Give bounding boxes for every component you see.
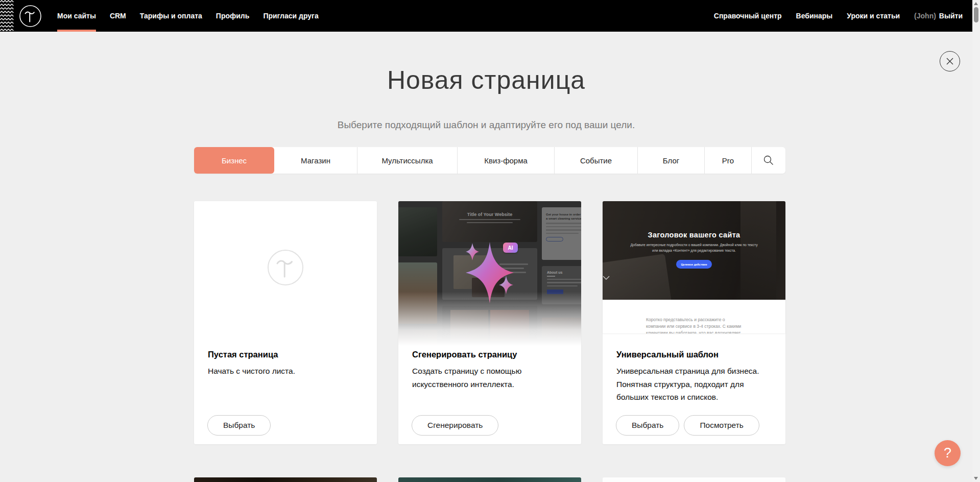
- view-button[interactable]: Посмотреть: [684, 415, 759, 436]
- template-hero-heading: Заголовок вашего сайта: [603, 231, 785, 239]
- zigzag-pattern: [0, 0, 14, 32]
- card-description: Начать с чистого листа.: [208, 365, 363, 378]
- tab-blog[interactable]: Блог: [638, 147, 705, 174]
- nav-item-invite-friend[interactable]: Пригласи друга: [263, 0, 318, 32]
- close-icon: [946, 57, 954, 65]
- page-title: Новая страница: [0, 65, 972, 95]
- template-body-text: Коротко представьтесь и расскажите о ком…: [646, 317, 744, 333]
- top-navbar: Мои сайты CRM Тарифы и оплата Профиль Пр…: [0, 0, 980, 32]
- nav-item-webinars[interactable]: Вебинары: [796, 0, 833, 32]
- nav-item-profile[interactable]: Профиль: [216, 0, 250, 32]
- nav-item-lessons[interactable]: Уроки и статьи: [847, 0, 900, 32]
- ai-collage-preview: Title of Your Website Get your house in …: [398, 201, 581, 347]
- navbar-right-menu: Справочный центр Вебинары Уроки и статьи…: [714, 0, 963, 32]
- nav-item-help-center[interactable]: Справочный центр: [714, 0, 782, 32]
- template-preview-image: Заголовок вашего сайта Добавьте интересн…: [603, 201, 785, 333]
- nav-item-crm[interactable]: CRM: [110, 0, 126, 32]
- card-title: Сгенерировать страницу: [412, 350, 567, 359]
- nav-item-my-sites[interactable]: Мои сайты: [57, 0, 96, 32]
- template-body-section: Коротко представьтесь и расскажите о ком…: [603, 300, 785, 333]
- help-button[interactable]: ?: [935, 440, 961, 466]
- select-button[interactable]: Выбрать: [207, 415, 271, 436]
- nav-item-tariffs[interactable]: Тарифы и оплата: [140, 0, 202, 32]
- page-subtitle: Выберите подходящий шаблон и адаптируйте…: [0, 119, 972, 131]
- card-title: Универсальный шаблон: [616, 350, 772, 359]
- search-icon: [763, 155, 774, 166]
- template-hero: Заголовок вашего сайта Добавьте интересн…: [603, 201, 785, 300]
- card-description: Универсальная страница для бизнеса. Поня…: [616, 365, 772, 404]
- tab-quiz-form[interactable]: Квиз-форма: [458, 147, 555, 174]
- card-actions: Выбрать: [207, 415, 271, 436]
- navbar-left-menu: Мои сайты CRM Тарифы и оплата Профиль Пр…: [57, 0, 319, 32]
- card-blank-page[interactable]: Пустая страница Начать с чистого листа. …: [194, 201, 377, 444]
- card-actions: Сгенерировать: [412, 415, 498, 436]
- next-card-preview: [194, 477, 377, 482]
- card-ai-generate[interactable]: Title of Your Website Get your house in …: [398, 201, 581, 444]
- user-name: (John): [914, 12, 936, 20]
- tab-shop[interactable]: Магазин: [274, 147, 357, 174]
- tab-business[interactable]: Бизнес: [194, 147, 274, 174]
- tilda-logo-icon[interactable]: [19, 5, 42, 28]
- card-actions: Выбрать Посмотреть: [616, 415, 759, 436]
- template-cards-row-2: [194, 477, 785, 482]
- scrollbar-up-arrow[interactable]: [974, 2, 978, 5]
- card-title: Пустая страница: [208, 350, 363, 359]
- tab-event[interactable]: Событие: [555, 147, 638, 174]
- vertical-scrollbar[interactable]: [972, 0, 980, 482]
- tab-pro[interactable]: Pro: [705, 147, 752, 174]
- tab-multilink[interactable]: Мультиссылка: [357, 147, 458, 174]
- generate-button[interactable]: Сгенерировать: [412, 415, 498, 436]
- tilda-watermark-icon: [267, 249, 304, 286]
- collage-fade-overlay: [398, 201, 581, 347]
- template-category-tabs: Бизнес Магазин Мультиссылка Квиз-форма С…: [194, 147, 785, 174]
- template-cta-button: Целевое действие: [676, 260, 712, 269]
- chevron-down-icon: [603, 276, 610, 280]
- tab-search[interactable]: [752, 147, 785, 174]
- template-cards-row: Пустая страница Начать с чистого листа. …: [194, 201, 785, 444]
- next-card-preview: [603, 477, 785, 482]
- card-description: Создать страницу с помощью искусственног…: [412, 365, 567, 391]
- logout-link[interactable]: Выйти: [939, 12, 963, 20]
- scrollbar-thumb[interactable]: [974, 7, 978, 22]
- user-menu: (John) Выйти: [914, 0, 963, 32]
- template-hero-subtext: Добавьте интересные подробности о вашей …: [630, 243, 758, 253]
- select-button[interactable]: Выбрать: [616, 415, 679, 436]
- new-page-dialog: Мои сайты CRM Тарифы и оплата Профиль Пр…: [0, 0, 980, 482]
- next-card-preview: [398, 477, 581, 482]
- scrollbar-down-arrow[interactable]: [974, 477, 978, 480]
- card-universal-template[interactable]: Заголовок вашего сайта Добавьте интересн…: [603, 201, 785, 444]
